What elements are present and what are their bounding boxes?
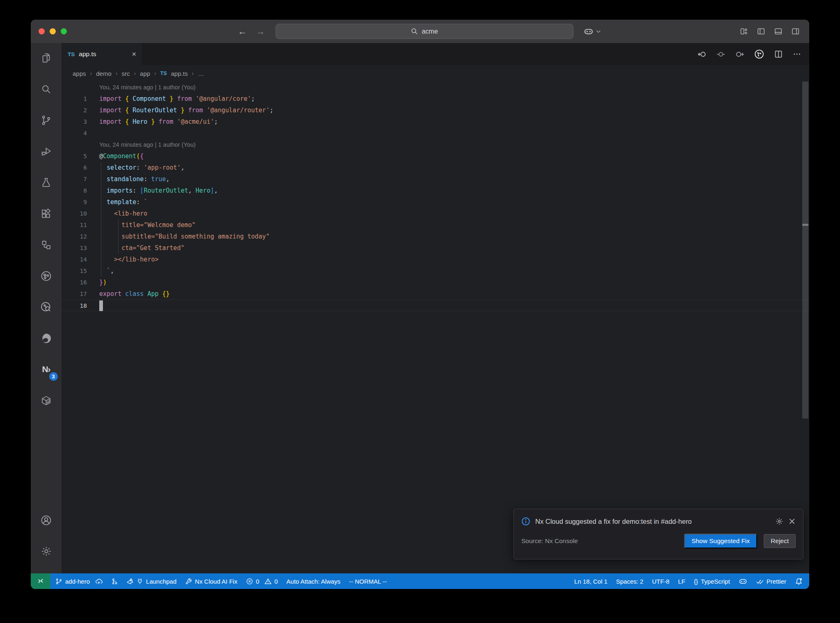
formatter-status[interactable]: Prettier [756,578,786,585]
go-back-icon[interactable] [698,50,706,59]
code-line-13[interactable]: 13 cta="Get Started" [62,242,809,254]
scrollbar-thumb[interactable] [802,82,808,418]
history-back-icon[interactable]: ← [238,26,247,37]
code-line-3[interactable]: 3import { Hero } from '@acme/ui'; [62,116,809,127]
auto-attach-label: Auto Attach: Always [286,578,340,585]
breadcrumb-file[interactable]: app.ts [171,70,188,77]
code-editor[interactable]: You, 24 minutes ago | 1 author (You)1imp… [62,82,809,573]
breadcrumb-app[interactable]: app [140,70,150,77]
show-suggested-fix-button[interactable]: Show Suggested Fix [684,534,757,548]
source-control-graph-status[interactable] [111,578,118,585]
git-branch-status[interactable]: add-hero [55,578,103,585]
double-check-icon [756,578,764,585]
go-forward-icon[interactable] [735,50,744,59]
code-line-15[interactable]: 15 `, [62,265,809,277]
nx-graph-search-icon [40,301,52,313]
sidebar-item-source-control[interactable] [37,110,56,130]
problems-status[interactable]: 0 0 [246,578,278,585]
history-forward-icon[interactable]: → [256,26,265,37]
copilot-status[interactable] [739,577,747,586]
nx-cloud-fix-status[interactable]: Nx Cloud AI Fix [185,578,237,585]
code-line-16[interactable]: 16}) [62,277,809,288]
cursor-position-status[interactable]: Ln 18, Col 1 [574,578,607,585]
source-control-icon [41,115,52,126]
customize-layout-icon[interactable] [740,27,748,35]
code-line-5[interactable]: 5@Component({ [62,150,809,162]
code-line-7[interactable]: 7 standalone: true, [62,173,809,185]
remote-indicator[interactable] [31,573,50,589]
toggle-secondary-sidebar-icon[interactable] [792,27,799,35]
warning-count: 0 [274,578,278,585]
editor-scrollbar[interactable] [802,82,808,573]
sidebar-item-nx-run[interactable] [37,266,56,286]
code-line-4[interactable]: 4 [62,127,809,139]
zoom-window-button[interactable] [61,28,67,34]
code-line-12[interactable]: 12 subtitle="Build something amazing tod… [62,231,809,242]
status-bar: add-hero Launch [31,573,809,589]
eol-status[interactable]: LF [678,578,685,585]
sidebar-item-hierarchy[interactable] [37,235,56,255]
settings-button[interactable] [37,541,56,561]
tab-app-ts[interactable]: TS app.ts × [62,43,143,65]
command-center-search[interactable]: acme [276,24,573,39]
edge-browser-icon [40,332,52,344]
code-line-1[interactable]: 1import { Component } from '@angular/cor… [62,93,809,105]
container-icon [41,395,52,406]
notifications-bell[interactable] [795,578,803,585]
code-line-2[interactable]: 2import { RouterOutlet } from '@angular/… [62,105,809,116]
close-notification-icon[interactable] [788,518,796,525]
toggle-primary-sidebar-icon[interactable] [757,27,765,35]
sidebar-item-edge-browser[interactable] [37,328,56,348]
notification-settings-gear-icon[interactable] [775,517,783,525]
launchpad-status[interactable]: Launchpad [127,578,176,585]
code-line-8[interactable]: 8 imports: [RouterOutlet, Hero], [62,185,809,196]
code-line-17[interactable]: 17export class App {} [62,288,809,300]
eol-label: LF [678,578,685,585]
explorer-icon [41,52,52,64]
brackets-icon: {} [694,578,698,585]
chevron-down-icon[interactable] [596,30,601,33]
sidebar-item-explorer[interactable] [37,48,56,68]
breadcrumb-demo[interactable]: demo [96,70,112,77]
nx-run-target-icon[interactable] [754,49,764,59]
current-frame-icon[interactable] [717,50,725,59]
breadcrumb-symbol-more[interactable]: … [198,70,204,77]
close-window-button[interactable] [39,28,45,34]
breadcrumb-src[interactable]: src [121,70,130,77]
line-number: 13 [62,242,87,254]
code-line-10[interactable]: 10 <lib-hero [62,208,809,219]
split-editor-icon[interactable] [774,50,783,58]
encoding-status[interactable]: UTF-8 [652,578,670,585]
reject-button[interactable]: Reject [764,534,796,548]
minimize-window-button[interactable] [50,28,56,34]
vim-mode-status[interactable]: -- NORMAL -- [349,578,387,585]
code-line-14[interactable]: 14 ></lib-hero> [62,254,809,265]
indentation-status[interactable]: Spaces: 2 [616,578,644,585]
line-number: 15 [62,265,87,277]
code-line-9[interactable]: 9 template: ` [62,196,809,208]
sidebar-item-containers[interactable] [37,391,56,410]
code-line-11[interactable]: 11 title="Welcmoe demo" [62,219,809,231]
spaces-label: Spaces: 2 [616,578,644,585]
sidebar-item-nx-graph-search[interactable] [37,297,56,317]
accounts-button[interactable] [37,510,56,530]
publish-cloud-icon [95,578,103,585]
sidebar-item-extensions[interactable] [37,204,56,223]
activity-bar: N› 3 [31,43,62,573]
launchpad-label: Launchpad [146,578,176,585]
breadcrumb-apps[interactable]: apps [73,70,86,77]
code-line-18[interactable]: 18 [62,300,809,311]
language-mode-status[interactable]: {} TypeScript [694,578,730,585]
close-tab-icon[interactable]: × [132,50,136,59]
auto-attach-status[interactable]: Auto Attach: Always [286,578,340,585]
sidebar-item-run-debug[interactable] [37,141,56,161]
title-bar: ← → acme [31,20,809,43]
line-number: 3 [62,116,87,127]
sidebar-item-nx-console[interactable]: N› 3 [37,359,56,379]
code-line-6[interactable]: 6 selector: 'app-root', [62,162,809,173]
toggle-panel-icon[interactable] [774,27,782,35]
more-actions-icon[interactable] [793,50,801,58]
sidebar-item-testing[interactable] [37,173,56,192]
copilot-icon[interactable] [584,27,593,36]
sidebar-item-search[interactable] [37,79,56,99]
